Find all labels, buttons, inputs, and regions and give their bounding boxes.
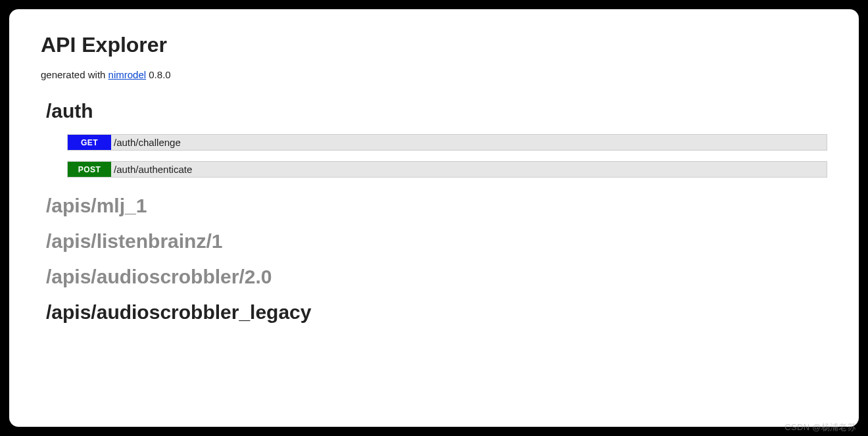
- method-badge-post: POST: [68, 162, 111, 177]
- endpoint-row[interactable]: POST /auth/authenticate: [67, 161, 827, 178]
- endpoint-path: /auth/challenge: [111, 135, 827, 150]
- nimrodel-version: 0.8.0: [146, 69, 171, 80]
- page-title: API Explorer: [41, 33, 827, 57]
- auth-endpoints: GET /auth/challenge POST /auth/authentic…: [67, 134, 827, 178]
- section-heading-mlj1[interactable]: /apis/mlj_1: [46, 195, 827, 217]
- section-heading-listenbrainz[interactable]: /apis/listenbrainz/1: [46, 230, 827, 253]
- watermark: CSDN @杨浦老苏: [784, 422, 856, 433]
- method-badge-get: GET: [68, 135, 111, 150]
- endpoint-row[interactable]: GET /auth/challenge: [67, 134, 827, 151]
- section-heading-auth[interactable]: /auth: [46, 100, 827, 122]
- section-heading-audioscrobbler[interactable]: /apis/audioscrobbler/2.0: [46, 266, 827, 288]
- generated-with-line: generated with nimrodel 0.8.0: [41, 69, 827, 80]
- api-explorer-card: API Explorer generated with nimrodel 0.8…: [9, 9, 859, 427]
- endpoint-path: /auth/authenticate: [111, 162, 827, 177]
- generated-prefix: generated with: [41, 69, 108, 80]
- nimrodel-link[interactable]: nimrodel: [108, 69, 147, 80]
- section-heading-audioscrobbler-legacy[interactable]: /apis/audioscrobbler_legacy: [46, 301, 827, 324]
